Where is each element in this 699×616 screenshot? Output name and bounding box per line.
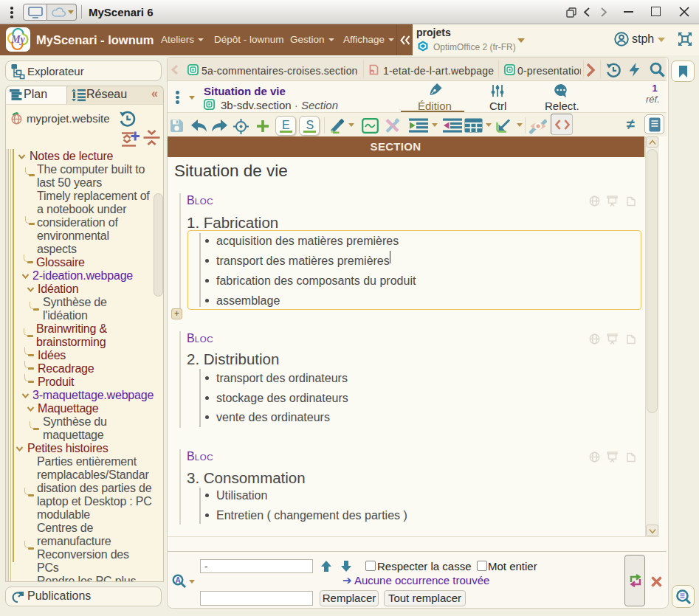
svg-text:A: A <box>175 576 180 584</box>
svg-text:My: My <box>10 34 25 45</box>
